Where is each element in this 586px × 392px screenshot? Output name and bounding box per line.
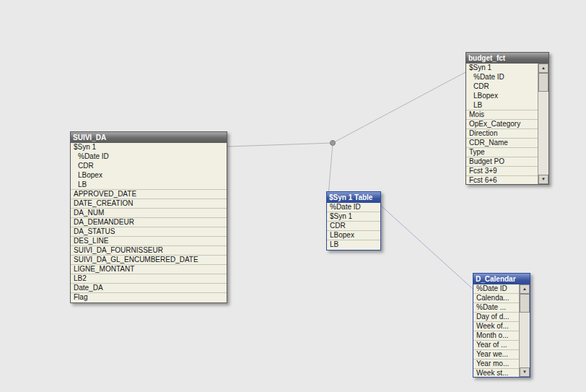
connector-junction-dot [331,141,336,146]
table-caption[interactable]: $Syn 1 Table [327,192,380,203]
field-row[interactable]: Year mo... [473,360,519,369]
field-row[interactable]: APPROVED_DATE [71,190,227,199]
table-caption[interactable]: budget_fct [466,53,548,64]
field-row[interactable]: LB [71,180,227,190]
field-row[interactable]: CDR [327,222,380,231]
table-caption[interactable]: SUIVI_DA [71,132,227,143]
field-row[interactable]: Calenda... [473,294,519,303]
field-row[interactable]: %Date ID [327,203,380,212]
field-row[interactable]: CDR_Name [466,139,538,148]
field-list: %Date ID$Syn 1CDRLBopexLB [327,203,380,250]
field-row[interactable]: Mois [466,110,538,120]
field-row[interactable]: Fcst 3+9 [466,167,538,176]
field-row[interactable]: LB [327,240,380,250]
table-budget-fct[interactable]: budget_fct $Syn 1%Date IDCDRLBopexLBMois… [465,52,549,185]
scrollbar-thumb[interactable] [520,294,530,313]
field-row[interactable]: LBopex [466,92,538,101]
field-row[interactable]: LB2 [71,274,227,284]
field-row[interactable]: %Date ID [71,152,227,162]
field-row[interactable]: SUIVI_DA_GL_ENCUMBERED_DATE [71,256,227,265]
field-row[interactable]: CDR [71,162,227,171]
field-row[interactable]: DA_STATUS [71,227,227,237]
field-list: $Syn 1%Date IDCDRLBopexLBMoisOpEx_Catego… [466,64,538,186]
field-row[interactable]: DES_LINE [71,237,227,246]
field-list: %Date IDCalenda...%Date ...Day of d...We… [473,284,519,378]
table-d-calendar[interactable]: D_Calendar %Date IDCalenda...%Date ...Da… [473,273,530,378]
field-row[interactable]: Direction [466,129,538,139]
field-row[interactable]: DA_NUM [71,209,227,218]
field-row[interactable]: Year we... [473,350,519,360]
table-syn1[interactable]: $Syn 1 Table %Date ID$Syn 1CDRLBopexLB [326,191,381,251]
vertical-scrollbar[interactable]: ▲ ▼ [538,64,548,184]
field-row[interactable]: $Syn 1 [327,212,380,222]
connector-syn1-to-dcalendar [381,206,473,289]
field-row[interactable]: Month o... [473,331,519,341]
table-suivi-da[interactable]: SUIVI_DA $Syn 1%Date IDCDRLBopexLBAPPROV… [70,131,227,303]
field-row[interactable]: LIGNE_MONTANT [71,265,227,274]
vertical-scrollbar[interactable]: ▲ ▼ [519,284,530,377]
field-row[interactable]: Fcst 6+6 [466,176,538,186]
data-model-canvas: SUIVI_DA $Syn 1%Date IDCDRLBopexLBAPPROV… [0,0,586,392]
scroll-up-icon[interactable]: ▲ [520,284,530,294]
table-caption[interactable]: D_Calendar [473,274,530,284]
field-row[interactable]: Date_DA [71,284,227,293]
field-row[interactable]: $Syn 1 [71,143,227,152]
field-row[interactable]: Budget PO [466,157,538,167]
field-row[interactable]: %Date ID [473,284,519,294]
field-row[interactable]: OpEx_Category [466,120,538,129]
field-row[interactable]: $Syn 1 [466,64,538,73]
field-row[interactable]: CDR [466,82,538,92]
field-row[interactable]: %Date ID [466,73,538,82]
field-row[interactable]: Flag [71,293,227,302]
field-row[interactable]: SUIVI_DA_FOURNISSEUR [71,246,227,256]
field-row[interactable]: Day of d... [473,313,519,322]
connector-suivi-to-junction [227,143,333,147]
field-row[interactable]: LB [466,101,538,110]
field-row[interactable]: DATE_CREATION [71,199,227,209]
field-row[interactable]: DA_DEMANDEUR [71,218,227,227]
field-row[interactable]: Year of ... [473,341,519,350]
field-row[interactable]: Type [466,148,538,157]
scroll-up-icon[interactable]: ▲ [538,64,548,73]
scrollbar-thumb[interactable] [538,73,548,92]
field-row[interactable]: %Date ... [473,303,519,313]
connector-junction-to-budget [333,72,465,143]
scroll-down-icon[interactable]: ▼ [538,175,548,184]
scroll-down-icon[interactable]: ▼ [520,367,530,377]
field-row[interactable]: Week of... [473,322,519,331]
field-row[interactable]: LBopex [327,231,380,240]
field-row[interactable]: LBopex [71,171,227,180]
field-row[interactable]: Week st... [473,369,519,378]
field-list: $Syn 1%Date IDCDRLBopexLBAPPROVED_DATEDA… [71,143,227,302]
